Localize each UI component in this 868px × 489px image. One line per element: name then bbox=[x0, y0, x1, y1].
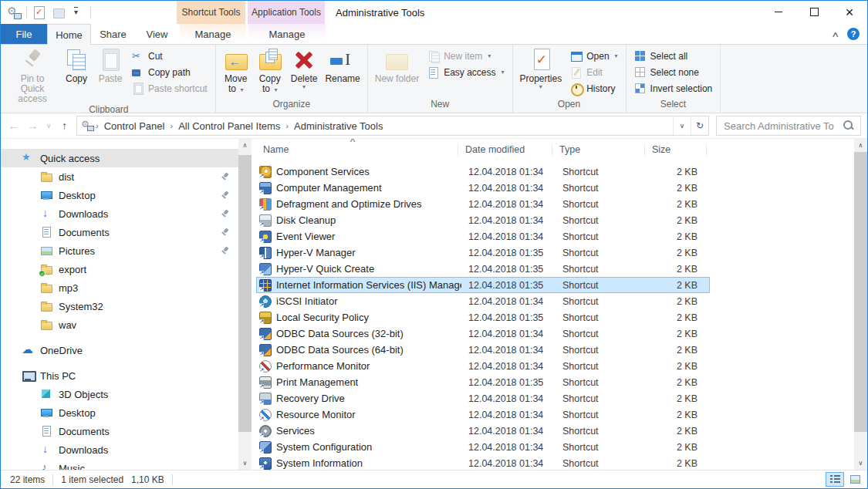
file-row-local-security-policy[interactable]: Local Security Policy12.04.2018 01:35Sho… bbox=[256, 309, 710, 325]
file-row-computer-management[interactable]: Computer Management12.04.2018 01:34Short… bbox=[256, 180, 710, 196]
maximize-button[interactable] bbox=[796, 1, 832, 23]
invert-selection-button[interactable]: Invert selection bbox=[630, 80, 718, 96]
history-button[interactable]: History bbox=[566, 80, 622, 96]
sidebar-item-downloads[interactable]: Downloads bbox=[1, 440, 252, 459]
scrollbar-thumb[interactable] bbox=[238, 155, 252, 432]
file-name: Event Viewer bbox=[276, 231, 335, 242]
file-row-odbc-data-sources-32-bit[interactable]: ODBC Data Sources (32-bit)12.04.2018 01:… bbox=[256, 325, 710, 342]
close-button[interactable] bbox=[832, 1, 867, 23]
copy-to-button[interactable]: Copy to ▾ bbox=[253, 46, 287, 99]
file-size: 2 KB bbox=[648, 280, 710, 291]
contextual-tab-shortcut-tools[interactable]: Shortcut Tools bbox=[177, 1, 245, 24]
sidebar-item-documents[interactable]: Documents bbox=[1, 223, 252, 241]
tab-manage-2[interactable]: Manage bbox=[248, 24, 326, 44]
file-row-odbc-data-sources-64-bit[interactable]: ODBC Data Sources (64-bit)12.04.2018 01:… bbox=[256, 342, 710, 358]
file-row-hyper-v-quick-create[interactable]: Hyper-V Quick Create12.04.2018 01:35Shor… bbox=[256, 261, 710, 277]
select-none-button[interactable]: Select none bbox=[630, 64, 718, 80]
open-button[interactable]: Open▾ bbox=[566, 48, 622, 64]
file-row-performance-monitor[interactable]: Performance Monitor12.04.2018 01:34Short… bbox=[256, 358, 710, 374]
sidebar-item-music[interactable]: Music bbox=[1, 459, 252, 470]
sidebar-item-this-pc[interactable]: This PC bbox=[1, 366, 252, 385]
address-dropdown-icon[interactable]: ∨ bbox=[673, 116, 691, 135]
sidebar-item-pictures[interactable]: Pictures bbox=[1, 241, 252, 260]
sidebar-item-wav[interactable]: wav bbox=[1, 315, 252, 334]
sidebar-item-3d-objects[interactable]: 3D Objects bbox=[1, 385, 252, 403]
breadcrumb-item-all-control-panel-items[interactable]: All Control Panel Items bbox=[173, 116, 285, 135]
column-header-name[interactable]: Name∧ bbox=[256, 140, 458, 159]
delete-button[interactable]: Delete▾ bbox=[287, 46, 322, 99]
sidebar-item-desktop[interactable]: Desktop bbox=[1, 403, 252, 422]
scrollbar-track[interactable] bbox=[238, 152, 252, 457]
properties-check-icon[interactable] bbox=[32, 5, 46, 19]
breadcrumb-bar[interactable]: › Control Panel›All Control Panel Items›… bbox=[76, 116, 709, 136]
rename-button[interactable]: Rename bbox=[321, 46, 363, 99]
scrollbar-thumb[interactable] bbox=[854, 152, 867, 432]
refresh-icon[interactable]: ↻ bbox=[691, 116, 708, 135]
contextual-tab-application-tools[interactable]: Application Tools bbox=[248, 1, 325, 24]
sidebar-item-export[interactable]: export bbox=[1, 260, 252, 278]
file-row-hyper-v-manager[interactable]: Hyper-V Manager12.04.2018 01:35Shortcut2… bbox=[256, 244, 710, 261]
easy-access-button[interactable]: Easy access▾ bbox=[423, 64, 508, 80]
file-row-system-information[interactable]: System Information12.04.2018 01:34Shortc… bbox=[256, 455, 710, 470]
file-row-resource-monitor[interactable]: Resource Monitor12.04.2018 01:34Shortcut… bbox=[256, 406, 710, 423]
minimize-button[interactable] bbox=[761, 1, 796, 23]
file-row-internet-information-services-iis-manager[interactable]: Internet Information Services (IIS) Mana… bbox=[256, 277, 710, 293]
copy-button[interactable]: Copy bbox=[59, 46, 93, 104]
tab-view[interactable]: View bbox=[135, 24, 179, 44]
help-icon[interactable]: ? bbox=[847, 28, 860, 40]
large-icons-view-button[interactable] bbox=[846, 472, 864, 487]
cut-button[interactable]: Cut bbox=[127, 48, 212, 64]
date-modified: 12.04.2018 01:34 bbox=[461, 215, 556, 226]
file-row-defragment-and-optimize-drives[interactable]: Defragment and Optimize Drives12.04.2018… bbox=[256, 196, 710, 212]
file-row-component-services[interactable]: Component Services12.04.2018 01:34Shortc… bbox=[256, 164, 710, 180]
search-input[interactable] bbox=[717, 120, 843, 132]
file-size: 2 KB bbox=[648, 231, 710, 242]
sidebar-item-label: Desktop bbox=[59, 407, 96, 419]
file-row-print-management[interactable]: Print Management12.04.2018 01:35Shortcut… bbox=[256, 374, 710, 390]
sidebar-item-desktop[interactable]: Desktop bbox=[1, 186, 252, 204]
column-header-date-modified[interactable]: Date modified bbox=[458, 140, 552, 159]
breadcrumb-item-control-panel[interactable]: Control Panel bbox=[99, 116, 171, 135]
sidebar-scrollbar[interactable]: ∧ ∨ bbox=[238, 139, 252, 470]
file-row-system-configuration[interactable]: System Configuration12.04.2018 01:34Shor… bbox=[256, 439, 710, 455]
tab-manage-1[interactable]: Manage bbox=[180, 24, 246, 44]
file-name: Defragment and Optimize Drives bbox=[276, 198, 422, 210]
file-row-iscsi-initiator[interactable]: iSCSI Initiator12.04.2018 01:34Shortcut2… bbox=[256, 293, 710, 309]
sidebar-item-label: Music bbox=[59, 463, 85, 470]
scroll-up-icon[interactable]: ∧ bbox=[854, 139, 867, 152]
scroll-down-icon[interactable]: ∨ bbox=[238, 457, 252, 470]
breadcrumb-item-administrative-tools[interactable]: Administrative Tools bbox=[289, 116, 388, 135]
sidebar-item-system32[interactable]: System32 bbox=[1, 297, 252, 315]
tab-file[interactable]: File bbox=[1, 24, 47, 44]
select-all-button[interactable]: Select all bbox=[630, 48, 718, 64]
sidebar-item-quick-access[interactable]: Quick access bbox=[1, 149, 252, 167]
column-header-type[interactable]: Type bbox=[552, 140, 645, 159]
copy-path-button[interactable]: Copy path bbox=[127, 64, 212, 80]
file-name: Internet Information Services (IIS) Mana… bbox=[276, 279, 461, 291]
file-row-disk-cleanup[interactable]: Disk Cleanup12.04.2018 01:34Shortcut2 KB bbox=[256, 212, 710, 228]
file-row-services[interactable]: Services12.04.2018 01:34Shortcut2 KB bbox=[256, 423, 710, 439]
column-header-size[interactable]: Size bbox=[645, 140, 707, 159]
minimize-ribbon-icon[interactable]: ∧ bbox=[831, 30, 839, 39]
up-arrow[interactable]: ↑ bbox=[55, 116, 74, 135]
sidebar-item-dist[interactable]: dist bbox=[1, 167, 252, 186]
sidebar-item-documents[interactable]: Documents bbox=[1, 422, 252, 440]
scrollbar-track[interactable] bbox=[854, 152, 867, 457]
file-row-event-viewer[interactable]: Event Viewer12.04.2018 01:34Shortcut2 KB bbox=[256, 228, 710, 244]
properties-button[interactable]: Properties▾ bbox=[516, 46, 566, 99]
app-icon[interactable] bbox=[7, 5, 21, 19]
scroll-up-icon[interactable]: ∧ bbox=[238, 139, 252, 152]
move-to-button[interactable]: Move to ▾ bbox=[219, 46, 253, 99]
sidebar-item-downloads[interactable]: Downloads bbox=[1, 204, 252, 223]
search-icon[interactable] bbox=[843, 120, 855, 132]
tab-share[interactable]: Share bbox=[91, 24, 135, 44]
sidebar-item-mp3[interactable]: mp3 bbox=[1, 278, 252, 297]
qat-dropdown-icon[interactable] bbox=[71, 5, 85, 19]
details-view-button[interactable] bbox=[826, 472, 844, 487]
file-row-recovery-drive[interactable]: Recovery Drive12.04.2018 01:34Shortcut2 … bbox=[256, 390, 710, 406]
tab-home[interactable]: Home bbox=[47, 24, 91, 45]
sidebar-item-onedrive[interactable]: OneDrive bbox=[1, 341, 252, 359]
filelist-scrollbar[interactable]: ∧ ∨ bbox=[854, 139, 867, 470]
new-folder-icon[interactable] bbox=[52, 5, 66, 19]
scroll-down-icon[interactable]: ∨ bbox=[854, 457, 867, 470]
